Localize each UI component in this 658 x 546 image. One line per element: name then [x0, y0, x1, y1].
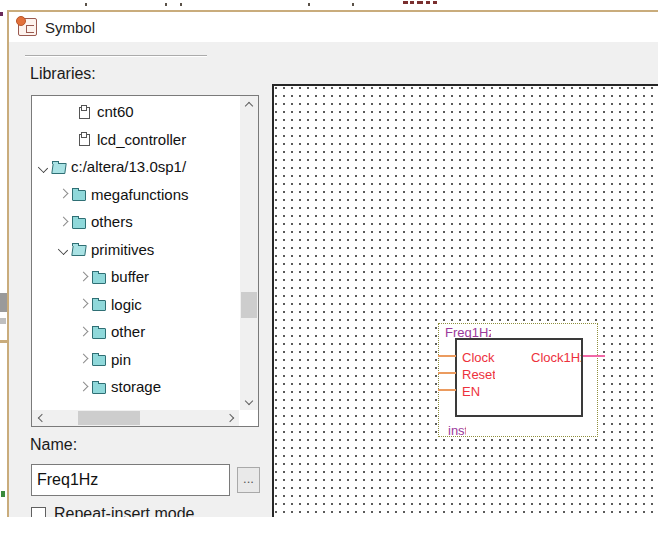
tree-item-label: megafunctions	[91, 186, 189, 203]
scroll-up-icon[interactable]	[240, 96, 258, 112]
folder-closed-icon	[71, 187, 88, 201]
background-artifact	[433, 1, 437, 4]
tree-item-label: cnt60	[97, 103, 134, 120]
symbol-preview-pane: Freq1Hz Clock Reset EN Clock1Hz inst	[272, 84, 658, 517]
scroll-right-icon[interactable]	[223, 410, 239, 426]
folder-closed-icon	[91, 270, 108, 284]
tree-row-megafunctions[interactable]: megafunctions	[33, 181, 238, 209]
tree-row-other[interactable]: other	[33, 318, 238, 346]
tree-item-label: pin	[111, 351, 131, 368]
chevron-icon[interactable]	[77, 352, 91, 366]
tree-horizontal-scrollbar[interactable]	[32, 410, 239, 426]
tree-item-label: storage	[111, 378, 161, 395]
chevron-icon[interactable]	[77, 270, 91, 284]
background-artifact	[403, 1, 408, 4]
tree-item-label: c:/altera/13.0sp1/	[71, 158, 186, 175]
vertical-scroll-thumb[interactable]	[241, 292, 257, 318]
folder-closed-icon	[91, 352, 108, 366]
libraries-tree: cnt60 lcd_controller c:/altera/13.0sp1/ …	[33, 98, 238, 409]
tree-row-buffer[interactable]: buffer	[33, 263, 238, 291]
tree-item-label: primitives	[91, 241, 154, 258]
chevron-icon[interactable]	[77, 325, 91, 339]
tree-item-label: buffer	[111, 268, 149, 285]
scroll-left-icon[interactable]	[32, 410, 48, 426]
tree-row-storage[interactable]: storage	[33, 373, 238, 401]
background-artifact	[352, 3, 354, 6]
tree-row-others[interactable]: others	[33, 208, 238, 236]
input-port-label: EN	[462, 384, 492, 399]
libraries-label: Libraries:	[30, 65, 96, 83]
folder-open-icon	[51, 160, 68, 174]
symbol-dialog: Symbol Libraries: cnt60 lcd_controller c…	[9, 12, 658, 517]
background-artifact	[426, 1, 430, 4]
tree-row-primitives[interactable]: primitives	[33, 236, 238, 264]
dialog-titlebar[interactable]: Symbol	[9, 12, 658, 42]
repeat-insert-label: Repeat-insert mode	[54, 505, 195, 517]
input-port-label: Reset	[462, 367, 495, 382]
symbol-dialog-icon	[18, 18, 37, 36]
tree-item-label: lcd_controller	[97, 131, 186, 148]
input-port-stub	[438, 372, 456, 374]
tree-item-label: logic	[111, 296, 142, 313]
output-port-stub	[583, 355, 605, 357]
screenshot-root: Symbol Libraries: cnt60 lcd_controller c…	[0, 0, 658, 546]
background-artifact	[0, 12, 3, 16]
horizontal-scroll-thumb[interactable]	[78, 411, 140, 425]
folder-closed-icon	[91, 325, 108, 339]
background-artifact	[410, 1, 414, 4]
tree-row-logic[interactable]: logic	[33, 291, 238, 319]
tree-row-c-altera-13-0sp1-[interactable]: c:/altera/13.0sp1/	[33, 153, 238, 181]
chevron-icon[interactable]	[77, 380, 91, 394]
folder-closed-icon	[91, 380, 108, 394]
input-port-stub	[438, 389, 456, 391]
tree-row-lcd-controller[interactable]: lcd_controller	[33, 126, 238, 154]
background-artifact	[1, 491, 5, 497]
tree-row-cnt60[interactable]: cnt60	[33, 98, 238, 126]
symbol-file-icon	[77, 105, 94, 119]
dialog-title: Symbol	[45, 19, 95, 36]
browse-button[interactable]: ...	[237, 467, 260, 493]
chevron-icon[interactable]	[57, 242, 71, 256]
background-artifact	[0, 340, 7, 343]
separator-line	[25, 55, 207, 56]
repeat-insert-row[interactable]: Repeat-insert mode	[31, 505, 195, 517]
background-artifact	[0, 293, 7, 312]
tree-vertical-scrollbar[interactable]	[240, 96, 258, 410]
chevron-icon[interactable]	[57, 215, 71, 229]
input-port-stub	[438, 355, 456, 357]
chevron-icon[interactable]	[37, 160, 51, 174]
input-port-label: Clock	[462, 350, 502, 365]
chevron-icon[interactable]	[77, 297, 91, 311]
libraries-treebox: cnt60 lcd_controller c:/altera/13.0sp1/ …	[31, 95, 259, 427]
tree-item-label: other	[111, 323, 145, 340]
scroll-down-icon[interactable]	[240, 394, 258, 410]
dialog-body: Libraries: cnt60 lcd_controller c:/alter…	[9, 42, 658, 517]
background-artifact	[308, 3, 310, 6]
name-label: Name:	[30, 436, 77, 454]
background-artifact	[165, 3, 167, 6]
name-input[interactable]	[31, 464, 230, 496]
tree-row-pin[interactable]: pin	[33, 346, 238, 374]
folder-closed-icon	[91, 297, 108, 311]
background-artifact	[417, 1, 423, 4]
background-artifact	[180, 3, 182, 6]
background-artifact	[0, 318, 6, 324]
chevron-icon[interactable]	[57, 187, 71, 201]
output-port-label: Clock1Hz	[531, 350, 581, 365]
background-artifact	[85, 3, 87, 6]
tree-item-label: others	[91, 213, 133, 230]
symbol-instance-label: inst	[448, 423, 466, 437]
folder-closed-icon	[71, 215, 88, 229]
symbol-file-icon	[77, 132, 94, 146]
repeat-insert-checkbox[interactable]	[31, 507, 46, 517]
folder-open-icon	[71, 242, 88, 256]
